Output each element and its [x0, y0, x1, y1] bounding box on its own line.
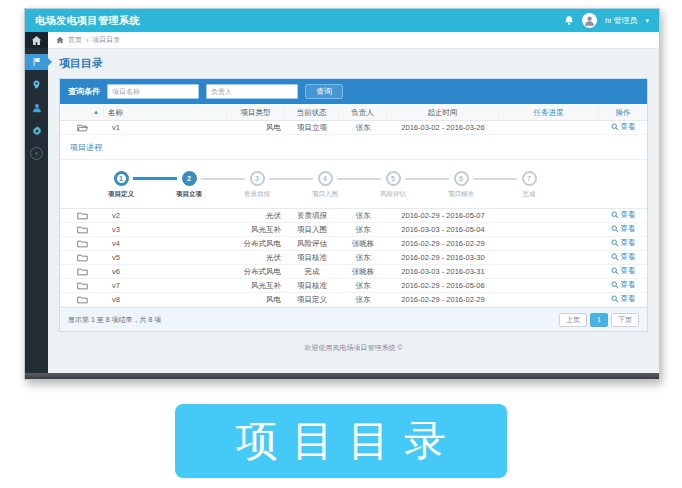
- results-summary: 显示第 1 至 8 项结果，共 8 项: [68, 315, 161, 325]
- table-row[interactable]: v1 风电 项目立项 张东 2016-03-02 - 2016-03-26 29…: [60, 121, 647, 135]
- folder-icon[interactable]: [77, 253, 88, 262]
- prev-page-button[interactable]: 上页: [559, 313, 587, 327]
- folder-icon[interactable]: [77, 211, 88, 220]
- folder-icon[interactable]: [77, 239, 88, 248]
- view-link[interactable]: 查看: [611, 122, 636, 132]
- project-type-cell: 光伏: [227, 253, 285, 263]
- table-header: ▲ 名称 项目类型 当前状态 负责人 起止时间 任务进度 操作: [60, 104, 647, 121]
- project-status-cell: 项目立项: [285, 123, 339, 133]
- view-link[interactable]: 查看: [611, 252, 636, 262]
- caption-text: 项目目录: [222, 413, 460, 469]
- expand-column-header[interactable]: ▲: [60, 107, 104, 118]
- project-name-cell: v3: [104, 225, 227, 234]
- table-rows-top: v1 风电 项目立项 张东 2016-03-02 - 2016-03-26 29…: [60, 121, 647, 135]
- home-icon[interactable]: [56, 36, 64, 44]
- stepper-step: 4 项目入围: [300, 171, 350, 199]
- breadcrumb-current: 项目目录: [92, 35, 120, 45]
- table-row[interactable]: v5 光伏 项目核准 张东 2016-02-29 - 2016-03-30 86…: [60, 251, 647, 265]
- table-row[interactable]: v4 分布式风电 风险评估 张晓栋 2016-02-29 - 2016-02-2…: [60, 237, 647, 251]
- column-header-status[interactable]: 当前状态: [285, 107, 339, 118]
- filter-label: 查询条件: [68, 86, 100, 97]
- view-link[interactable]: 查看: [611, 238, 636, 248]
- app-title: 电场发电项目管理系统: [25, 14, 140, 28]
- project-type-cell: 分布式风电: [227, 267, 285, 277]
- column-header-type[interactable]: 项目类型: [227, 107, 285, 118]
- column-header-dates[interactable]: 起止时间: [387, 107, 499, 118]
- folder-open-icon[interactable]: [77, 123, 88, 132]
- stepper-step: 7 完成: [504, 171, 554, 199]
- table-footer: 显示第 1 至 8 项结果，共 8 项 上页 1 下页: [60, 307, 647, 331]
- collapse-icon[interactable]: ‹: [30, 147, 43, 160]
- map-pin-icon: [32, 79, 41, 90]
- project-name-cell: v8: [104, 295, 227, 304]
- sidebar-item-map[interactable]: [25, 76, 48, 93]
- magnifier-icon: [611, 281, 619, 289]
- sidebar-item-settings[interactable]: [25, 122, 48, 139]
- project-dates-cell: 2016-02-29 - 2016-05-06: [387, 281, 499, 290]
- project-status-cell: 项目定义: [285, 295, 339, 305]
- project-name-input[interactable]: [107, 84, 199, 99]
- breadcrumb: 首页 › 项目目录: [48, 32, 659, 49]
- stepper-step: 5 风险评估: [368, 171, 418, 199]
- bell-icon[interactable]: [564, 15, 574, 26]
- column-header-action: 操作: [599, 107, 647, 118]
- project-dates-cell: 2016-02-29 - 2016-03-30: [387, 253, 499, 262]
- view-link[interactable]: 查看: [611, 294, 636, 304]
- magnifier-icon: [611, 267, 619, 275]
- table-row[interactable]: v8 风电 项目定义 张东 2016-02-29 - 2016-02-29 14…: [60, 293, 647, 307]
- column-header-owner[interactable]: 负责人: [339, 107, 387, 118]
- project-status-cell: 风险评估: [285, 239, 339, 249]
- column-header-name[interactable]: 名称: [104, 107, 227, 118]
- sidebar-item-users[interactable]: [25, 99, 48, 116]
- breadcrumb-home[interactable]: 首页: [68, 35, 82, 45]
- project-status-cell: 项目入围: [285, 225, 339, 235]
- project-name-cell: v5: [104, 253, 227, 262]
- project-panel: 查询条件 查询 ▲ 名称 项目类型 当前状态 负责人 起止时间 任务进度: [59, 78, 648, 332]
- project-owner-cell: 张东: [339, 123, 387, 133]
- project-dates-cell: 2016-02-29 - 2016-05-07: [387, 211, 499, 220]
- step-circle: 7: [522, 171, 537, 186]
- owner-input[interactable]: [206, 84, 298, 99]
- table-row[interactable]: v7 风光互补 项目核准 张东 2016-02-29 - 2016-05-06 …: [60, 279, 647, 293]
- stepper-step: 1 项目定义: [96, 171, 146, 199]
- window-bottom-strip: [25, 373, 659, 379]
- view-link[interactable]: 查看: [611, 280, 636, 290]
- project-status-cell: 完成: [285, 267, 339, 277]
- page-title: 项目目录: [59, 56, 648, 71]
- view-link[interactable]: 查看: [611, 266, 636, 276]
- folder-icon[interactable]: [77, 295, 88, 304]
- folder-icon[interactable]: [77, 267, 88, 276]
- folder-icon[interactable]: [77, 281, 88, 290]
- magnifier-icon: [611, 239, 619, 247]
- page-1-button[interactable]: 1: [590, 313, 608, 327]
- project-name-cell: v2: [104, 211, 227, 220]
- next-page-button[interactable]: 下页: [611, 313, 639, 327]
- view-link[interactable]: 查看: [611, 210, 636, 220]
- app-window: 电场发电项目管理系统 hi 管理员 ▾: [24, 8, 660, 380]
- search-button[interactable]: 查询: [305, 84, 343, 99]
- process-label[interactable]: 项目进程: [70, 142, 637, 153]
- project-owner-cell: 张东: [339, 253, 387, 263]
- pagination: 上页 1 下页: [559, 313, 639, 327]
- project-owner-cell: 张东: [339, 211, 387, 221]
- stepper-step: 2 项目立项: [164, 171, 214, 199]
- folder-icon[interactable]: [77, 225, 88, 234]
- table-rows-bottom: v2 光伏 资质填报 张东 2016-02-29 - 2016-05-07 32…: [60, 209, 647, 307]
- user-menu-label[interactable]: hi 管理员: [605, 15, 637, 26]
- step-circle: 1: [114, 171, 129, 186]
- table-row[interactable]: v2 光伏 资质填报 张东 2016-02-29 - 2016-05-07 32…: [60, 209, 647, 223]
- column-header-progress[interactable]: 任务进度: [499, 107, 599, 118]
- project-status-cell: 项目核准: [285, 253, 339, 263]
- project-name-cell: v4: [104, 239, 227, 248]
- project-type-cell: 光伏: [227, 211, 285, 221]
- avatar[interactable]: [582, 13, 597, 28]
- sidebar-item-projects[interactable]: [25, 54, 48, 70]
- magnifier-icon: [611, 253, 619, 261]
- step-circle: 5: [386, 171, 401, 186]
- view-link[interactable]: 查看: [611, 224, 636, 234]
- sort-asc-icon[interactable]: ▲: [93, 107, 99, 118]
- table-row[interactable]: v3 风光互补 项目入围 张东 2016-03-03 - 2016-05-04 …: [60, 223, 647, 237]
- magnifier-icon: [611, 123, 619, 131]
- table-row[interactable]: v6 分布式风电 完成 张晓栋 2016-03-03 - 2016-03-31 …: [60, 265, 647, 279]
- sidebar-item-home[interactable]: [25, 32, 48, 48]
